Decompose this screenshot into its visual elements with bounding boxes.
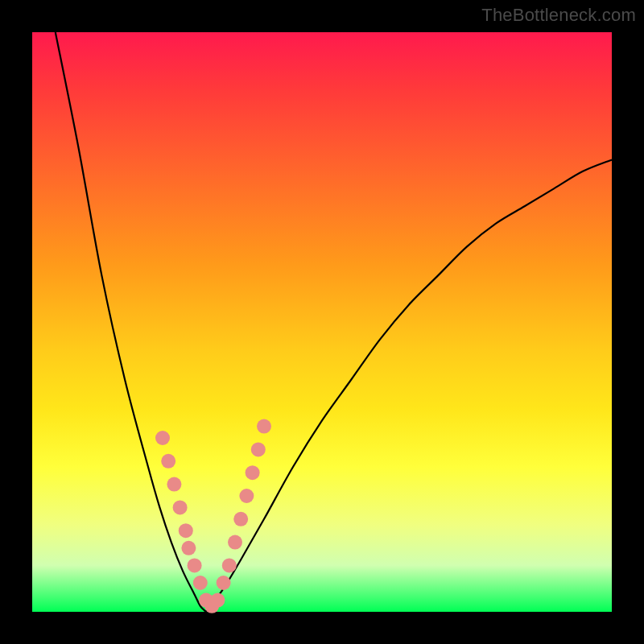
sample-dot [233, 512, 248, 526]
sample-dot [251, 442, 266, 456]
sample-dot [179, 523, 193, 538]
sample-dot [228, 535, 242, 550]
sample-dot [210, 593, 225, 608]
plot-area [32, 32, 612, 612]
curves-svg [32, 32, 612, 612]
sample-dot [188, 558, 202, 572]
sample-dots [155, 419, 271, 613]
sample-dot [161, 454, 175, 469]
sample-dot [173, 500, 188, 514]
sample-dot [222, 558, 237, 572]
bottleneck-curve-right [206, 159, 612, 612]
sample-dot [257, 419, 271, 434]
watermark-label: TheBottleneck.com [481, 5, 636, 26]
sample-dot [181, 541, 196, 555]
chart-stage: TheBottleneck.com [0, 0, 644, 644]
sample-dot [217, 576, 231, 590]
sample-dot [155, 431, 170, 445]
sample-dot [167, 477, 181, 492]
sample-dot [193, 576, 208, 590]
sample-dot [239, 489, 254, 503]
sample-dot [246, 465, 260, 480]
